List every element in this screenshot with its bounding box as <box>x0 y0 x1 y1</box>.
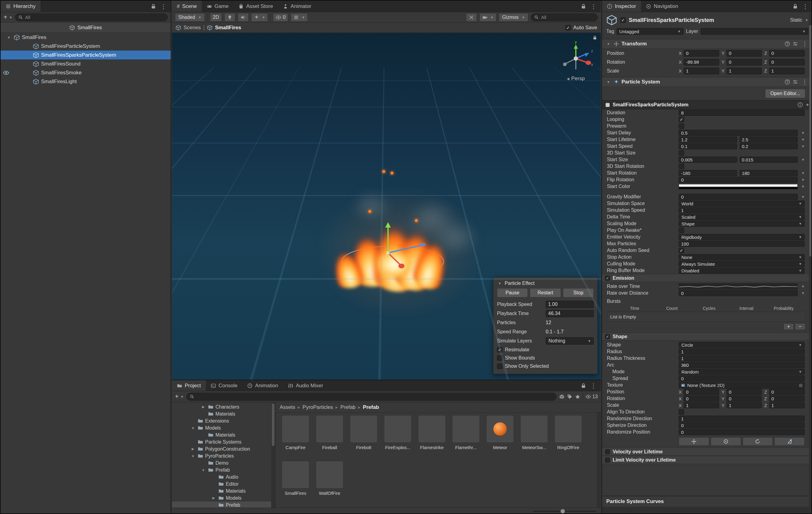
folder-item[interactable]: Materials <box>172 487 275 494</box>
value-field[interactable]: 0.2 <box>740 143 798 149</box>
tag-dropdown[interactable]: Untagged▼ <box>617 28 684 35</box>
gizmo-lock-icon[interactable] <box>592 35 597 40</box>
folder-item[interactable]: ▼Models <box>172 425 275 431</box>
dropdown-select[interactable]: None▼ <box>679 254 805 260</box>
tool-settings-button[interactable] <box>466 13 477 22</box>
tab-hierarchy[interactable]: Hierarchy <box>1 1 40 12</box>
static-dropdown[interactable]: Static▼ <box>790 17 808 23</box>
asset-item[interactable]: CampFire <box>279 415 313 461</box>
value-field[interactable]: 1 <box>769 402 805 408</box>
gameobject-name-field[interactable]: SmallFiresSparksParticleSystem <box>629 17 787 24</box>
hierarchy-item[interactable]: SmallFiresSmoke <box>1 68 171 77</box>
object-picker-icon[interactable]: ◎ <box>799 383 803 387</box>
value-field[interactable]: 0 <box>684 50 719 57</box>
folder-item[interactable]: Editor <box>172 481 275 487</box>
curve-field[interactable] <box>679 283 798 290</box>
value-field[interactable]: 1 <box>726 67 762 74</box>
foldout-arrow-icon[interactable]: ▼ <box>190 426 196 430</box>
create-asset-button[interactable]: +▼ <box>175 393 184 400</box>
dropdown-arrow-icon[interactable]: ▼ <box>801 291 805 295</box>
dropdown-arrow-icon[interactable]: ▼ <box>801 178 805 182</box>
checkbox[interactable]: ✓ <box>679 248 684 253</box>
checkbox[interactable]: ✓ <box>679 117 684 122</box>
particle-effect-toggle[interactable]: Show Bounds <box>497 354 594 362</box>
value-field[interactable]: 0.015 <box>740 157 798 163</box>
tab-game[interactable]: Game <box>202 1 233 12</box>
folder-item[interactable]: Extensions <box>172 417 275 425</box>
asset-item[interactable]: Firebolt <box>347 415 381 461</box>
particle-effect-toggle[interactable]: Show Only Selected <box>497 362 594 370</box>
lock-icon[interactable] <box>581 383 586 388</box>
checkbox[interactable] <box>679 124 684 129</box>
value-field[interactable]: -180 <box>679 170 737 176</box>
add-burst-button[interactable]: + <box>783 323 794 330</box>
tab-asset-store[interactable]: Asset Store <box>233 1 278 12</box>
label-icon[interactable] <box>567 394 573 400</box>
kebab-menu-icon[interactable]: ⋮ <box>589 383 598 389</box>
module-limit-velocity-over-lifetime[interactable]: Limit Velocity over Lifetime <box>602 456 812 464</box>
asset-item[interactable]: Fireball <box>313 415 347 461</box>
foldout-arrow-icon[interactable]: ▼ <box>497 281 502 285</box>
shape-enabled-checkbox[interactable]: ✓ <box>605 334 610 339</box>
value-field[interactable]: 0 <box>679 422 805 428</box>
preset-icon[interactable] <box>792 79 798 85</box>
particle-effect-stop-button[interactable]: Stop <box>563 288 594 297</box>
breadcrumb-item[interactable]: SmallFires <box>215 25 241 31</box>
open-editor-button[interactable]: Open Editor... <box>765 89 805 98</box>
scene-collection-header[interactable]: SmallFires <box>1 23 171 33</box>
shape-tool-rotate-button[interactable] <box>743 437 773 446</box>
kebab-menu-icon[interactable]: ⋮ <box>159 3 168 9</box>
auto-save-checkbox[interactable]: ✓ <box>566 25 571 30</box>
lock-icon[interactable] <box>792 4 798 9</box>
asset-item[interactable]: FireExplos... <box>381 415 415 461</box>
asset-item[interactable]: WallOfFire <box>313 461 347 507</box>
preset-icon[interactable] <box>792 41 798 47</box>
value-field[interactable]: 0 <box>769 59 805 65</box>
foldout-arrow-icon[interactable]: ▼ <box>6 36 11 39</box>
projection-label[interactable]: Persp <box>571 76 585 82</box>
folder-item[interactable]: ▶Characters <box>172 403 275 410</box>
value-field[interactable]: 0 <box>679 290 798 296</box>
dropdown-select[interactable]: Nothing▼ <box>546 337 594 345</box>
dropdown-arrow-icon[interactable]: ▼ <box>801 185 805 188</box>
value-field[interactable]: 1 <box>769 67 805 74</box>
lighting-toggle-button[interactable] <box>224 13 235 22</box>
kebab-menu-icon[interactable]: ⋮ <box>589 3 598 9</box>
asset-item[interactable]: Meteor <box>483 415 517 461</box>
module-enabled-checkbox[interactable] <box>605 450 610 454</box>
value-field[interactable]: 0 <box>769 396 805 402</box>
lock-icon[interactable] <box>581 4 586 9</box>
breadcrumb-item[interactable]: PyroParticles <box>302 404 333 410</box>
toggle-checkbox[interactable]: ✓ <box>497 347 502 353</box>
foldout-arrow-icon[interactable]: ▶ <box>190 447 196 451</box>
value-field[interactable]: 46.34 <box>546 310 594 317</box>
tab-inspector[interactable]: Inspector <box>602 1 641 12</box>
dropdown-select[interactable]: Scaled▼ <box>679 214 805 220</box>
shape-tool-scale-button[interactable] <box>774 437 805 446</box>
project-search-input[interactable] <box>186 393 557 401</box>
camera-dropdown-button[interactable]: ▼ <box>480 13 496 22</box>
value-field[interactable]: 0 <box>726 389 762 395</box>
breadcrumb-item[interactable]: Prefab <box>340 404 355 410</box>
checkbox[interactable] <box>679 150 684 156</box>
breadcrumb-item[interactable]: Assets <box>280 404 295 410</box>
value-field[interactable]: 0 <box>726 396 762 402</box>
folder-item[interactable]: Particle Systems <box>172 438 275 445</box>
package-icon[interactable] <box>559 394 564 400</box>
value-field[interactable]: 1 <box>679 349 805 355</box>
info-icon[interactable] <box>798 102 803 108</box>
folder-item[interactable]: ▶PolygonConstruction <box>172 445 275 453</box>
hierarchy-item[interactable]: SmallFiresParticleSystem <box>1 42 171 51</box>
hierarchy-item[interactable]: ▼SmallFires <box>1 33 171 42</box>
dropdown-arrow-icon[interactable]: ▼ <box>801 195 805 199</box>
folder-item[interactable]: Prefab <box>172 502 275 508</box>
hierarchy-item[interactable]: SmallFiresSparksParticleSystem <box>1 51 171 59</box>
toggle-checkbox[interactable] <box>497 355 502 361</box>
folder-item[interactable]: Audio <box>172 474 275 481</box>
gizmos-dropdown[interactable]: Gizmos▼ <box>499 13 528 22</box>
value-field[interactable]: 0 <box>769 50 805 57</box>
kebab-menu-icon[interactable]: ⋮ <box>801 79 809 85</box>
favorites-icon[interactable] <box>575 394 580 400</box>
auto-save-toggle[interactable]: ✓ Auto Save <box>566 25 597 31</box>
value-field[interactable]: 1 <box>679 355 805 361</box>
